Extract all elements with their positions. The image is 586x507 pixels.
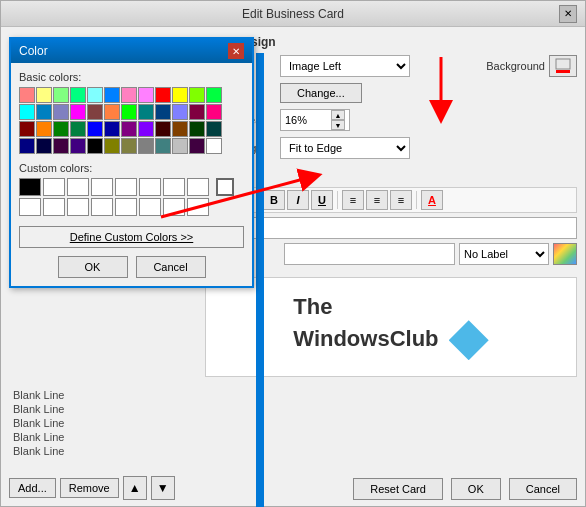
basic-color-cell[interactable] <box>138 87 154 103</box>
basic-color-cell[interactable] <box>104 138 120 154</box>
basic-color-cell[interactable] <box>155 104 171 120</box>
basic-color-cell[interactable] <box>206 121 222 137</box>
basic-color-cell[interactable] <box>104 104 120 120</box>
selected-color-indicator <box>216 178 234 196</box>
spin-down-button[interactable]: ▼ <box>331 120 345 130</box>
add-button[interactable]: Add... <box>9 478 56 498</box>
basic-color-cell[interactable] <box>155 121 171 137</box>
preview-content: The WindowsClub <box>293 294 488 360</box>
basic-color-grid <box>19 87 244 154</box>
layout-input-group: Image Left <box>280 55 478 77</box>
basic-color-cell[interactable] <box>138 104 154 120</box>
define-custom-colors-button[interactable]: Define Custom Colors >> <box>19 226 244 248</box>
basic-color-cell[interactable] <box>172 87 188 103</box>
custom-color-cell[interactable] <box>115 198 137 216</box>
custom-color-cell[interactable] <box>187 178 209 196</box>
basic-color-cell[interactable] <box>19 121 35 137</box>
basic-color-cell[interactable] <box>36 138 52 154</box>
basic-color-cell[interactable] <box>87 87 103 103</box>
underline-button[interactable]: U <box>311 190 333 210</box>
main-window: Edit Business Card ✕ Color ✕ Basic color… <box>0 0 586 507</box>
basic-color-cell[interactable] <box>87 121 103 137</box>
basic-color-cell[interactable] <box>19 87 35 103</box>
custom-color-cell[interactable] <box>91 178 113 196</box>
basic-color-cell[interactable] <box>172 121 188 137</box>
color-close-button[interactable]: ✕ <box>228 43 244 59</box>
custom-color-cell[interactable] <box>43 198 65 216</box>
image-align-dropdown[interactable]: Fit to Edge <box>280 137 410 159</box>
basic-color-cell[interactable] <box>36 121 52 137</box>
basic-color-cell[interactable] <box>70 87 86 103</box>
basic-color-cell[interactable] <box>189 104 205 120</box>
basic-color-cell[interactable] <box>104 87 120 103</box>
custom-color-cell[interactable] <box>43 178 65 196</box>
reset-card-button[interactable]: Reset Card <box>353 478 443 500</box>
custom-color-cell[interactable] <box>163 198 185 216</box>
align-left-button[interactable]: ≡ <box>342 190 364 210</box>
basic-color-cell[interactable] <box>155 138 171 154</box>
basic-color-cell[interactable] <box>155 87 171 103</box>
custom-color-cell[interactable] <box>91 198 113 216</box>
basic-color-cell[interactable] <box>121 87 137 103</box>
label-text-input[interactable] <box>284 243 455 265</box>
basic-color-cell[interactable] <box>121 121 137 137</box>
move-down-button[interactable]: ▼ <box>151 476 175 500</box>
basic-color-cell[interactable] <box>104 121 120 137</box>
remove-button[interactable]: Remove <box>60 478 119 498</box>
color-ok-button[interactable]: OK <box>58 256 128 278</box>
background-color-button[interactable] <box>549 55 577 77</box>
basic-color-cell[interactable] <box>206 87 222 103</box>
label-dropdown[interactable]: No Label <box>459 243 549 265</box>
basic-color-cell[interactable] <box>87 138 103 154</box>
cancel-button[interactable]: Cancel <box>509 478 577 500</box>
basic-color-cell[interactable] <box>53 87 69 103</box>
basic-color-cell[interactable] <box>172 104 188 120</box>
basic-color-cell[interactable] <box>189 138 205 154</box>
basic-color-cell[interactable] <box>121 138 137 154</box>
basic-color-cell[interactable] <box>53 121 69 137</box>
font-color-button[interactable]: A <box>421 190 443 210</box>
basic-color-cell[interactable] <box>87 104 103 120</box>
layout-dropdown[interactable]: Image Left <box>280 55 410 77</box>
align-right-button[interactable]: ≡ <box>390 190 412 210</box>
basic-color-cell[interactable] <box>138 121 154 137</box>
spin-up-button[interactable]: ▲ <box>331 110 345 120</box>
basic-color-cell[interactable] <box>189 87 205 103</box>
custom-color-cell[interactable] <box>187 198 209 216</box>
move-up-button[interactable]: ▲ <box>123 476 147 500</box>
basic-color-cell[interactable] <box>70 138 86 154</box>
basic-color-cell[interactable] <box>121 104 137 120</box>
bold-button[interactable]: B <box>263 190 285 210</box>
custom-color-cell[interactable] <box>163 178 185 196</box>
basic-color-cell[interactable] <box>53 138 69 154</box>
basic-color-cell[interactable] <box>36 104 52 120</box>
basic-color-cell[interactable] <box>36 87 52 103</box>
image-area-input[interactable] <box>281 112 331 128</box>
basic-color-cell[interactable] <box>70 104 86 120</box>
label-color-button[interactable] <box>553 243 577 265</box>
basic-color-cell[interactable] <box>189 121 205 137</box>
italic-button[interactable]: I <box>287 190 309 210</box>
custom-color-cell[interactable] <box>115 178 137 196</box>
main-close-button[interactable]: ✕ <box>559 5 577 23</box>
image-area-spinner: ▲ ▼ <box>331 110 345 130</box>
custom-color-cell[interactable] <box>139 198 161 216</box>
custom-color-cell[interactable] <box>19 198 41 216</box>
basic-color-cell[interactable] <box>172 138 188 154</box>
basic-color-cell[interactable] <box>206 104 222 120</box>
change-image-button[interactable]: Change... <box>280 83 362 103</box>
ok-button[interactable]: OK <box>451 478 501 500</box>
color-cancel-button[interactable]: Cancel <box>136 256 206 278</box>
custom-color-cell[interactable] <box>19 178 41 196</box>
basic-color-cell[interactable] <box>19 138 35 154</box>
basic-color-cell[interactable] <box>70 121 86 137</box>
custom-color-cell[interactable] <box>67 178 89 196</box>
list-item: Blank Line <box>9 430 185 444</box>
basic-color-cell[interactable] <box>138 138 154 154</box>
custom-color-cell[interactable] <box>67 198 89 216</box>
align-center-button[interactable]: ≡ <box>366 190 388 210</box>
basic-color-cell[interactable] <box>53 104 69 120</box>
basic-color-cell[interactable] <box>206 138 222 154</box>
basic-color-cell[interactable] <box>19 104 35 120</box>
custom-color-cell[interactable] <box>139 178 161 196</box>
